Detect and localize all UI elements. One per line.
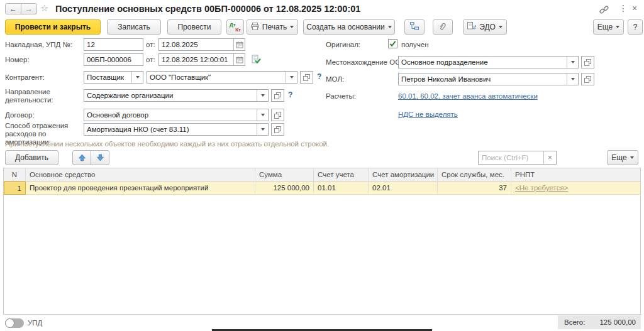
settlements-link[interactable]: 60.01, 60.02, зачет аванса автоматически: [398, 92, 538, 100]
counterparty-label: Контрагент:: [5, 73, 45, 82]
chevron-down-icon: [136, 76, 140, 79]
page-title: Поступление основных средств 00БП-000006…: [55, 4, 360, 14]
dropdown-button[interactable]: [257, 124, 268, 135]
forward-button[interactable]: →: [21, 3, 37, 14]
post-and-close-button[interactable]: Провести и закрыть: [5, 19, 101, 35]
header-rnpt: РНПТ: [511, 168, 640, 182]
invoice-date-from-label: от:: [146, 41, 155, 49]
search-input[interactable]: [479, 151, 543, 164]
edo-button[interactable]: ЭДО: [463, 19, 507, 35]
help-button[interactable]: ?: [628, 19, 643, 35]
move-row-down-button[interactable]: [91, 150, 109, 165]
print-label: Печать: [262, 23, 287, 31]
chevron-down-icon: [261, 94, 265, 97]
dropdown-button[interactable]: [567, 73, 578, 85]
arrow-up-icon: [78, 154, 86, 161]
activity-open-button[interactable]: [271, 89, 284, 102]
chevron-down-icon: [571, 78, 575, 80]
original-checkbox[interactable]: [388, 39, 397, 48]
vat-link[interactable]: НДС не выделять: [398, 111, 458, 118]
mol-open-button[interactable]: [581, 73, 594, 85]
cell-account[interactable]: 01.01: [314, 182, 369, 195]
open-form-icon: [274, 92, 281, 99]
calendar-icon[interactable]: [233, 54, 245, 65]
mol-label: МОЛ:: [326, 75, 344, 84]
favorite-star-icon[interactable]: ☆: [40, 3, 48, 14]
open-form-icon: [274, 126, 281, 133]
counterparty-open-button[interactable]: [300, 71, 313, 84]
dropdown-button[interactable]: [131, 72, 143, 83]
invoice-number-field[interactable]: 12: [84, 38, 143, 51]
chevron-down-icon: [499, 26, 502, 28]
location-label: Местонахождение ОС:: [326, 58, 402, 67]
dropdown-button[interactable]: [257, 109, 268, 121]
save-button[interactable]: Записать: [107, 19, 161, 35]
table-search: ×: [478, 151, 557, 165]
rnpt-link[interactable]: <Не требуется>: [515, 184, 568, 192]
counterparty-field[interactable]: ООО "Поставщик": [147, 71, 297, 84]
table-row[interactable]: 1 Проектор для проведения презентаций ме…: [4, 182, 640, 195]
post-button[interactable]: Провести: [167, 19, 221, 35]
chevron-down-icon: [571, 61, 575, 63]
header-n: N: [4, 168, 26, 182]
save-label: Записать: [118, 23, 150, 31]
clear-search-icon[interactable]: ×: [543, 151, 556, 164]
create-based-on-button[interactable]: Создать на основании: [303, 19, 395, 35]
upd-toggle[interactable]: [5, 318, 24, 328]
cell-rnpt: <Не требуется>: [511, 182, 640, 195]
counterparty-help-link[interactable]: ?: [317, 72, 321, 81]
activity-help-link[interactable]: ?: [288, 90, 292, 99]
calendar-icon[interactable]: [233, 39, 245, 50]
table-more-button[interactable]: Еще: [607, 150, 638, 165]
document-number-field[interactable]: 00БП-000006: [84, 53, 143, 66]
document-datetime-field[interactable]: 12.08.2025 12:00:01: [158, 53, 245, 66]
cell-asset[interactable]: Проектор для проведения презентаций меро…: [26, 182, 255, 195]
chevron-down-icon: [290, 26, 294, 28]
dropdown-button[interactable]: [286, 72, 297, 83]
add-row-button[interactable]: Добавить: [5, 150, 58, 165]
paperclip-icon: [438, 22, 447, 33]
depreciation-field[interactable]: Амортизация НКО (счет 83.11): [84, 123, 269, 136]
print-button[interactable]: Печать: [247, 19, 298, 35]
assets-table: N Основное средство Сумма Счет учета Сче…: [3, 168, 641, 315]
attachments-button[interactable]: [433, 19, 453, 35]
cell-depr-account[interactable]: 02.01: [369, 182, 438, 195]
multiple-objects-hint: При поступлении нескольких объектов необ…: [5, 140, 329, 148]
depreciation-open-button[interactable]: [271, 123, 284, 136]
show-postings-button[interactable]: ДтКт: [226, 19, 244, 35]
contract-open-button[interactable]: [271, 109, 284, 121]
counterparty-type-select[interactable]: Поставщик: [84, 71, 143, 84]
cell-amount[interactable]: 125 000,00: [255, 182, 314, 195]
document-window: ← → ☆ Поступление основных средств 00БП-…: [0, 0, 644, 331]
back-button[interactable]: ←: [5, 3, 21, 14]
activity-field[interactable]: Содержание организации: [84, 89, 269, 102]
location-open-button[interactable]: [581, 56, 594, 68]
location-field[interactable]: Основное подразделение: [398, 56, 579, 68]
mol-field[interactable]: Петров Николай Иванович: [398, 73, 579, 85]
table-more-label: Еще: [611, 153, 626, 162]
doc-date-from-label: от:: [146, 56, 155, 64]
total-box: Всего: 125 000,00: [558, 315, 641, 329]
dropdown-button[interactable]: [567, 57, 578, 68]
move-row-up-button[interactable]: [72, 150, 91, 165]
open-form-icon: [303, 74, 310, 81]
set-time-icon[interactable]: [252, 55, 261, 67]
more-button[interactable]: Еще: [593, 19, 624, 35]
header-service-months: Срок службы, мес.: [438, 168, 511, 182]
subordination-structure-button[interactable]: [404, 19, 425, 35]
table-header-row: N Основное средство Сумма Счет учета Сче…: [4, 168, 640, 182]
cell-service-months[interactable]: 37: [438, 182, 511, 195]
create-based-on-label: Создать на основании: [306, 23, 385, 31]
close-icon[interactable]: ×: [632, 3, 637, 13]
original-label: Оригинал:: [326, 41, 360, 49]
get-link-icon[interactable]: [599, 5, 609, 17]
header-asset: Основное средство: [26, 168, 255, 182]
window-menu-icon[interactable]: ⋮: [619, 3, 628, 13]
dropdown-button[interactable]: [257, 90, 268, 101]
contract-field[interactable]: Основной договор: [84, 109, 269, 121]
header-account: Счет учета: [314, 168, 369, 182]
open-form-icon: [584, 76, 591, 83]
chevron-down-icon: [261, 128, 265, 131]
cell-row-number[interactable]: 1: [4, 182, 26, 195]
invoice-date-field[interactable]: 12.08.2025: [158, 38, 245, 51]
